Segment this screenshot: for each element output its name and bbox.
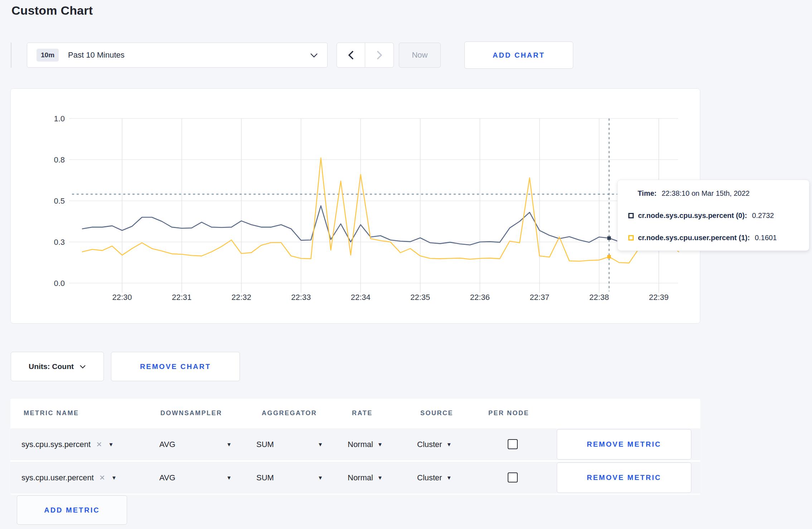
time-window-badge: 10m (37, 49, 59, 62)
downsampler-select[interactable]: AVG ▼ (159, 428, 232, 460)
caret-down-icon: ▼ (226, 475, 232, 481)
series-swatch-user-icon (628, 235, 634, 241)
source-select[interactable]: Cluster ▼ (417, 462, 452, 494)
table-row: sys.cpu.sys.percent × ▼ AVG ▼ SUM ▼ Norm… (10, 428, 700, 460)
caret-down-icon: ▼ (377, 475, 383, 481)
tooltip-series-value: 0.2732 (752, 212, 774, 220)
time-shift-arrow-group (337, 43, 394, 68)
x-axis-tick-label: 22:38 (589, 293, 609, 302)
tooltip-time-row: Time: 22:38:10 on Mar 15th, 2022 (628, 189, 801, 198)
col-header-aggregator: AGGREGATOR (262, 409, 317, 417)
add-metric-button[interactable]: ADD METRIC (17, 495, 127, 525)
metrics-table: METRIC NAME DOWNSAMPLER AGGREGATOR RATE … (10, 399, 700, 495)
time-window-label: Past 10 Minutes (68, 50, 125, 60)
downsampler-select[interactable]: AVG ▼ (159, 462, 232, 494)
x-axis-tick-label: 22:33 (291, 293, 311, 302)
col-header-metric-name: METRIC NAME (24, 409, 79, 417)
chevron-left-icon (348, 50, 354, 60)
time-back-button[interactable] (337, 43, 365, 68)
col-header-rate: RATE (352, 409, 373, 417)
add-chart-button[interactable]: ADD CHART (464, 42, 573, 69)
source-select[interactable]: Cluster ▼ (417, 428, 452, 460)
chevron-down-icon (79, 365, 86, 369)
series-line-cpu-user (82, 158, 679, 263)
per-node-checkbox[interactable] (508, 472, 518, 482)
series-line-cpu-sys (82, 206, 679, 245)
x-axis-tick-label: 22:35 (410, 293, 430, 302)
table-row: sys.cpu.user.percent × ▼ AVG ▼ SUM ▼ Nor… (10, 462, 700, 494)
now-button[interactable]: Now (399, 43, 441, 68)
time-forward-button[interactable] (365, 43, 394, 68)
y-axis-tick-label: 0.8 (54, 155, 65, 164)
remove-metric-button[interactable]: REMOVE METRIC (557, 429, 691, 460)
chevron-down-icon (310, 53, 318, 58)
time-window-dropdown[interactable]: 10m Past 10 Minutes (27, 43, 328, 68)
col-header-downsampler: DOWNSAMPLER (160, 409, 222, 417)
tooltip-series-label: cr.node.sys.cpu.sys.percent (0): (638, 212, 747, 220)
col-header-source: SOURCE (420, 409, 453, 417)
units-dropdown[interactable]: Units: Count (11, 352, 104, 381)
crosshair-marker-cpu-user (607, 255, 611, 258)
chart-tooltip: Time: 22:38:10 on Mar 15th, 2022 cr.node… (617, 180, 809, 251)
caret-down-icon: ▼ (318, 441, 323, 447)
x-axis-tick-label: 22:34 (351, 293, 371, 302)
x-axis-tick-label: 22:39 (649, 293, 669, 302)
toolbar-divider (11, 43, 11, 68)
x-axis-tick-label: 22:32 (232, 293, 251, 302)
y-axis-tick-label: 0.0 (54, 279, 65, 288)
tooltip-series-value: 0.1601 (755, 234, 777, 242)
rate-select[interactable]: Normal ▼ (348, 428, 383, 460)
y-axis-tick-label: 0.5 (54, 196, 65, 205)
tooltip-series-row: cr.node.sys.cpu.user.percent (1): 0.1601 (628, 234, 801, 242)
tooltip-time-label: Time: (638, 189, 657, 198)
page-title: Custom Chart (11, 4, 93, 18)
clear-metric-icon[interactable]: × (96, 439, 102, 450)
tooltip-series-label: cr.node.sys.cpu.user.percent (1): (638, 234, 750, 242)
timeseries-chart[interactable]: 0.00.30.50.81.022:3022:3122:3222:3322:34… (11, 89, 700, 323)
y-axis-tick-label: 0.3 (54, 238, 65, 247)
tooltip-time-value: 22:38:10 on Mar 15th, 2022 (662, 189, 750, 198)
caret-down-icon: ▼ (226, 441, 232, 447)
x-axis-tick-label: 22:31 (172, 293, 192, 302)
x-axis-tick-label: 22:37 (530, 293, 549, 302)
aggregator-select[interactable]: SUM ▼ (256, 428, 323, 460)
per-node-checkbox[interactable] (508, 439, 518, 449)
caret-down-icon: ▼ (377, 441, 383, 447)
caret-down-icon[interactable]: ▼ (111, 475, 117, 481)
crosshair-marker-cpu-sys (607, 236, 611, 240)
aggregator-select[interactable]: SUM ▼ (256, 462, 323, 494)
col-header-per-node: PER NODE (488, 409, 529, 417)
remove-chart-button[interactable]: REMOVE CHART (111, 352, 240, 381)
caret-down-icon: ▼ (446, 475, 452, 481)
y-axis-tick-label: 1.0 (54, 114, 65, 123)
caret-down-icon: ▼ (446, 441, 452, 447)
series-swatch-sys-icon (628, 213, 634, 218)
chevron-right-icon (377, 50, 382, 60)
x-axis-tick-label: 22:36 (470, 293, 490, 302)
metric-name-select[interactable]: sys.cpu.sys.percent × ▼ (21, 428, 113, 460)
caret-down-icon: ▼ (318, 475, 323, 481)
remove-metric-button[interactable]: REMOVE METRIC (557, 462, 691, 493)
units-label: Units: Count (29, 362, 74, 371)
metric-name-select[interactable]: sys.cpu.user.percent × ▼ (21, 462, 117, 494)
rate-select[interactable]: Normal ▼ (348, 462, 383, 494)
x-axis-tick-label: 22:30 (112, 293, 132, 302)
chart-card: 0.00.30.50.81.022:3022:3122:3222:3322:34… (10, 88, 700, 324)
caret-down-icon[interactable]: ▼ (108, 441, 113, 447)
tooltip-series-row: cr.node.sys.cpu.sys.percent (0): 0.2732 (628, 212, 801, 220)
clear-metric-icon[interactable]: × (100, 472, 105, 483)
